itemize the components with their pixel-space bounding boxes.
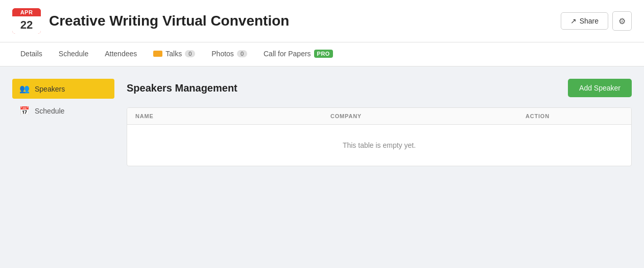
tab-photos[interactable]: Photos 0: [203, 42, 255, 66]
photos-count-badge: 0: [237, 50, 247, 57]
gear-icon: ⚙: [618, 16, 626, 26]
tab-details-label: Details: [20, 50, 42, 58]
tab-talks-label: Talks: [165, 50, 182, 58]
date-badge: Apr 22: [12, 8, 41, 34]
tab-details[interactable]: Details: [12, 42, 51, 66]
settings-button[interactable]: ⚙: [612, 11, 632, 31]
sidebar-item-speakers-label: Speakers: [35, 85, 65, 93]
column-company: COMPANY: [330, 113, 526, 119]
content-header: Speakers Management Add Speaker: [127, 79, 632, 97]
event-title: Creative Writing Virtual Convention: [49, 13, 289, 29]
main-content: 👥 Speakers 📅 Schedule Speakers Managemen…: [0, 66, 644, 268]
tab-attendees-label: Attendees: [105, 50, 137, 58]
column-action: ACTION: [526, 113, 623, 119]
sidebar-item-schedule[interactable]: 📅 Schedule: [12, 101, 114, 121]
schedule-icon: 📅: [19, 106, 30, 116]
sidebar: 👥 Speakers 📅 Schedule: [12, 79, 114, 259]
talks-video-icon: [153, 51, 162, 57]
table-header: NAME COMPANY ACTION: [127, 108, 631, 125]
tab-schedule-label: Schedule: [59, 50, 88, 58]
tab-photos-label: Photos: [211, 50, 234, 58]
share-button[interactable]: ↗ Share: [561, 12, 608, 30]
tab-call-for-papers-label: Call for Papers: [264, 50, 311, 58]
tab-attendees[interactable]: Attendees: [97, 42, 145, 66]
share-label: Share: [580, 17, 599, 25]
talks-count-badge: 0: [185, 50, 195, 57]
speakers-icon: 👥: [19, 84, 30, 94]
sidebar-item-speakers[interactable]: 👥 Speakers: [12, 79, 114, 99]
speakers-content: Speakers Management Add Speaker NAME COM…: [127, 79, 632, 259]
date-month: Apr: [12, 8, 41, 16]
page-header: Apr 22 Creative Writing Virtual Conventi…: [0, 0, 644, 42]
date-day: 22: [12, 16, 41, 34]
tab-call-for-papers[interactable]: Call for Papers PRO: [255, 42, 341, 66]
add-speaker-button[interactable]: Add Speaker: [568, 79, 632, 97]
column-name: NAME: [135, 113, 330, 119]
nav-tabs: Details Schedule Attendees Talks 0 Photo…: [0, 42, 644, 66]
tab-talks[interactable]: Talks 0: [145, 42, 203, 66]
pro-badge: PRO: [314, 50, 333, 58]
header-actions: ↗ Share ⚙: [561, 11, 632, 31]
content-title: Speakers Management: [127, 82, 237, 94]
share-icon: ↗: [570, 17, 577, 25]
tab-schedule[interactable]: Schedule: [51, 42, 97, 66]
table-empty-message: This table is empty yet.: [127, 125, 631, 166]
header-left: Apr 22 Creative Writing Virtual Conventi…: [12, 8, 289, 34]
speakers-table: NAME COMPANY ACTION This table is empty …: [127, 107, 632, 166]
sidebar-item-schedule-label: Schedule: [35, 107, 64, 115]
